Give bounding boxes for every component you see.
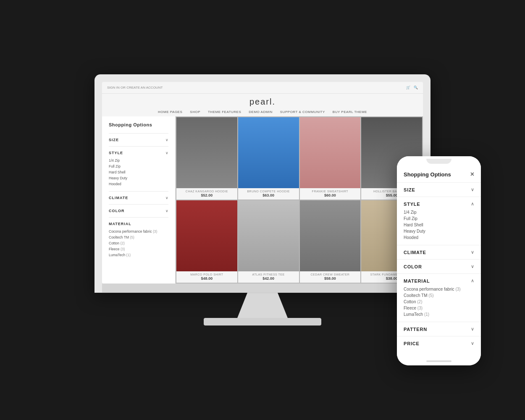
filter-color-chevron: ∨ <box>165 209 168 213</box>
product-info-3: FRANKIE SWEATSHIRT $60.00 <box>300 188 361 200</box>
product-name-1: CHAZ KANGAROO HOODIE <box>179 190 235 193</box>
product-card-6[interactable]: ATLAS FITNESS TEE $42.00 <box>238 200 299 283</box>
mobile-style-heavyduty[interactable]: Heavy Duty <box>404 228 474 234</box>
mobile-filter-color-label: COLOR <box>404 264 422 269</box>
product-card-3[interactable]: FRANKIE SWEATSHIRT $60.00 <box>300 117 361 200</box>
store-main: Shopping Options SIZE ∨ <box>102 116 423 284</box>
mobile-filter-pattern-header[interactable]: PATTERN ∨ <box>404 326 474 332</box>
mobile-material-lumatech[interactable]: LumaTech (1) <box>404 311 474 318</box>
filter-style-chevron: ∨ <box>165 151 168 155</box>
mobile-filter-pattern: PATTERN ∨ <box>397 322 481 336</box>
phone-notch-area <box>397 156 481 166</box>
product-image-5 <box>176 200 237 271</box>
nav-home-pages[interactable]: HOME PAGES <box>158 110 182 114</box>
material-cocona[interactable]: Cocona performance fabric (3) <box>109 228 168 234</box>
style-item-hooded[interactable]: Hooded <box>109 181 168 187</box>
mobile-filter-size-header[interactable]: SIZE ∨ <box>404 187 474 192</box>
mobile-filter-price-chevron: ∨ <box>471 341 474 346</box>
mobile-filter-price-header[interactable]: PRICE ∨ <box>404 341 474 346</box>
mobile-material-cotton[interactable]: Cotton (2) <box>404 299 474 305</box>
mobile-material-fleece[interactable]: Fleece (3) <box>404 305 474 311</box>
product-name-6: ATLAS FITNESS TEE <box>241 273 297 276</box>
filter-climate-label: CLIMATE <box>109 196 128 200</box>
product-name-7: CEDAR CREW SWEATER <box>302 273 358 276</box>
desktop-monitor: SIGN IN OR CREATE AN ACCOUNT 🛒 🔍 pearl. … <box>94 74 430 326</box>
store-logo: pearl. <box>102 94 423 108</box>
product-image-6 <box>238 200 299 271</box>
filter-material: MATERIAL Cocona performance fabric (3) C… <box>109 217 168 262</box>
mobile-filter-size: SIZE ∨ <box>397 182 481 197</box>
mobile-close-button[interactable]: × <box>470 171 474 178</box>
product-image-7 <box>300 200 361 271</box>
phone-bottom-indicator <box>397 357 481 365</box>
material-fleece[interactable]: Fleece (3) <box>109 246 168 252</box>
store-topbar: SIGN IN OR CREATE AN ACCOUNT 🛒 🔍 <box>102 82 423 94</box>
mobile-filter-material-label: MATERIAL <box>404 278 430 284</box>
style-item-14zip[interactable]: 1/4 Zip <box>109 158 168 163</box>
mobile-material-cooltech[interactable]: Cooltech TM (5) <box>404 292 474 299</box>
product-price-3: $60.00 <box>302 193 358 197</box>
product-card-7[interactable]: CEDAR CREW SWEATER $58.00 <box>300 200 361 283</box>
nav-shop[interactable]: SHOP <box>190 110 200 114</box>
phone-content: Shopping Options × SIZE ∨ STYLE ∧ 1/4 Zi… <box>397 166 481 357</box>
filter-size: SIZE ∨ <box>109 133 168 146</box>
monitor-base <box>204 318 321 326</box>
nav-demo-admin[interactable]: DEMO ADMIN <box>249 110 273 114</box>
filter-style-header[interactable]: STYLE ∨ <box>109 151 168 155</box>
mobile-style-14zip[interactable]: 1/4 Zip <box>404 209 474 215</box>
filter-size-header[interactable]: SIZE ∨ <box>109 138 168 142</box>
material-lumatech[interactable]: LumaTech (1) <box>109 252 168 258</box>
mobile-filter-price: PRICE ∨ <box>397 336 481 350</box>
style-item-heavyduty[interactable]: Heavy Duty <box>109 175 168 181</box>
mobile-filter-color-header[interactable]: COLOR ∨ <box>404 264 474 269</box>
filter-material-header[interactable]: MATERIAL <box>109 222 168 226</box>
style-item-fullzip[interactable]: Full Zip <box>109 163 168 169</box>
filter-size-chevron: ∨ <box>165 138 168 142</box>
mobile-filter-style-header[interactable]: STYLE ∧ <box>404 201 474 207</box>
product-info-1: CHAZ KANGAROO HOODIE $52.00 <box>176 188 237 200</box>
mobile-filter-color-chevron: ∨ <box>471 264 474 269</box>
filter-material-items: Cocona performance fabric (3) Cooltech T… <box>109 228 168 258</box>
mobile-filter-size-chevron: ∨ <box>471 187 474 192</box>
mobile-style-fullzip[interactable]: Full Zip <box>404 215 474 222</box>
mobile-material-items: Cocona performance fabric (3) Cooltech T… <box>404 286 474 318</box>
filter-climate-header[interactable]: CLIMATE ∨ <box>109 196 168 200</box>
mobile-filter-style-chevron: ∧ <box>471 201 474 207</box>
filter-style-label: STYLE <box>109 151 123 155</box>
filter-color-header[interactable]: COLOR ∨ <box>109 209 168 213</box>
monitor-neck <box>237 293 288 318</box>
mobile-filter-climate: CLIMATE ∨ <box>397 245 481 259</box>
mobile-material-cocona[interactable]: Cocona performance fabric (3) <box>404 286 474 292</box>
material-cotton[interactable]: Cotton (2) <box>109 240 168 246</box>
nav-theme-features[interactable]: THEME FEATURES <box>208 110 241 114</box>
store-nav: HOME PAGES SHOP THEME FEATURES DEMO ADMI… <box>102 108 423 116</box>
mobile-filter-material-header[interactable]: MATERIAL ∧ <box>404 278 474 284</box>
filter-color-label: COLOR <box>109 209 125 213</box>
product-card-5[interactable]: MARCO POLO SHIRT $48.00 <box>176 200 237 283</box>
monitor-bezel: SIGN IN OR CREATE AN ACCOUNT 🛒 🔍 pearl. … <box>94 74 430 293</box>
product-image-2 <box>238 117 299 188</box>
nav-support[interactable]: SUPPORT & COMMUNITY <box>280 110 325 114</box>
style-item-hardshell[interactable]: Hard Shell <box>109 169 168 175</box>
store-ui: SIGN IN OR CREATE AN ACCOUNT 🛒 🔍 pearl. … <box>102 82 423 284</box>
mobile-filter-size-label: SIZE <box>404 187 415 192</box>
home-indicator <box>426 360 452 362</box>
filter-climate-chevron: ∨ <box>165 196 168 200</box>
product-image-1 <box>176 117 237 188</box>
mobile-style-hooded[interactable]: Hooded <box>404 234 474 241</box>
topbar-signin[interactable]: SIGN IN OR CREATE AN ACCOUNT <box>107 86 163 89</box>
search-icon[interactable]: 🔍 <box>414 86 418 89</box>
nav-buy[interactable]: BUY PEARL THEME <box>333 110 367 114</box>
product-info-6: ATLAS FITNESS TEE $42.00 <box>238 271 299 283</box>
product-card-1[interactable]: CHAZ KANGAROO HOODIE $52.00 <box>176 117 237 200</box>
cart-icon[interactable]: 🛒 <box>406 86 410 89</box>
product-name-3: FRANKIE SWEATSHIRT <box>302 190 358 193</box>
scene: SIGN IN OR CREATE AN ACCOUNT 🛒 🔍 pearl. … <box>32 29 494 391</box>
material-cooltech[interactable]: Cooltech TM (5) <box>109 234 168 240</box>
mobile-filter-climate-header[interactable]: CLIMATE ∨ <box>404 249 474 255</box>
product-card-2[interactable]: BRUNO COMPETE HOODIE $63.00 <box>238 117 299 200</box>
sidebar-title: Shopping Options <box>109 122 168 127</box>
product-price-1: $52.00 <box>179 193 235 197</box>
product-name-2: BRUNO COMPETE HOODIE <box>241 190 297 193</box>
mobile-style-hardshell[interactable]: Hard Shell <box>404 222 474 228</box>
